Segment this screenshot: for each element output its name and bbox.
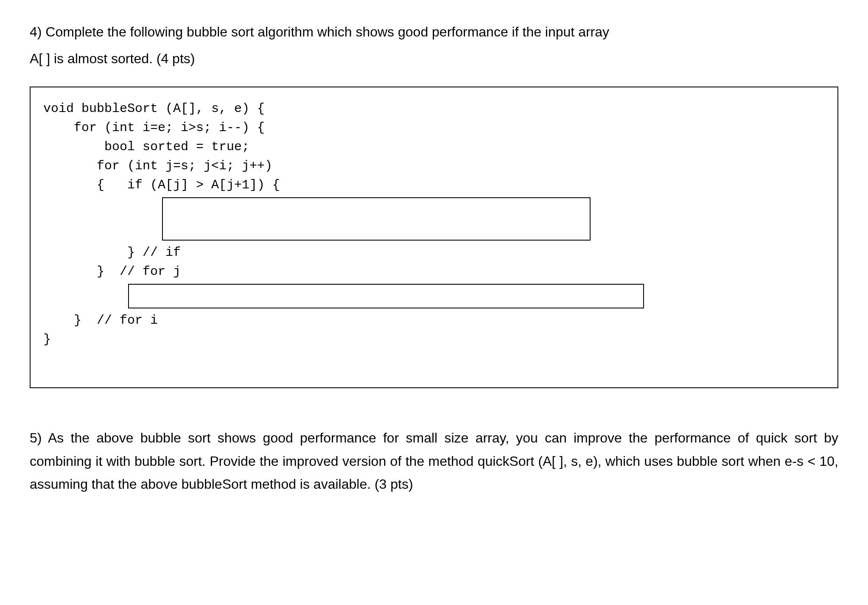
question-4-line-1: 4) Complete the following bubble sort al… <box>30 21 838 43</box>
code-line-10: } <box>43 330 825 349</box>
code-line-4: bool sorted = true; <box>43 137 825 157</box>
code-line-3: for (int i=e; i>s; i--) { <box>43 118 825 137</box>
code-line-5: for (int j=s; j<i; j++) <box>43 157 825 176</box>
fill-in-blank-1[interactable] <box>162 197 591 241</box>
fill-in-blank-2[interactable] <box>128 284 644 308</box>
code-line-7: } // if <box>43 243 825 262</box>
code-line-8: } // for j <box>43 262 825 281</box>
code-line-9: } // for i <box>43 311 825 330</box>
question-4-line-2: A[ ] is almost sorted. (4 pts) <box>30 48 838 70</box>
code-block: void bubbleSort (A[], s, e) { for (int i… <box>30 87 838 388</box>
code-line-1: void bubbleSort (A[], s, e) { <box>43 99 825 118</box>
code-line-6: { if (A[j] > A[j+1]) { <box>43 176 825 195</box>
question-5-text: 5) As the above bubble sort shows good p… <box>30 426 838 496</box>
